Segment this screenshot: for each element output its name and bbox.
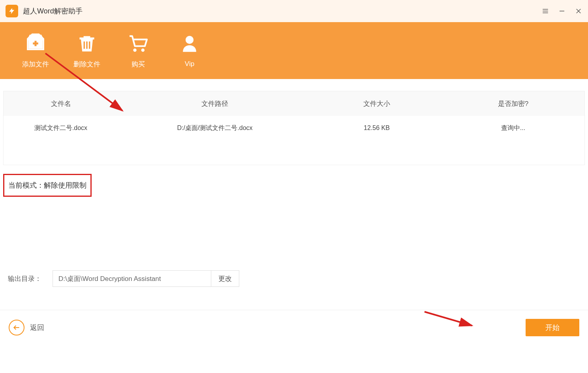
back-arrow-icon [9,320,24,335]
change-output-button[interactable]: 更改 [211,271,239,286]
output-directory-row: 输出目录： D:\桌面\Word Decryption Assistant 更改 [8,270,239,287]
cell-encrypted: 查询中... [442,124,584,132]
output-path-input[interactable]: D:\桌面\Word Decryption Assistant [53,274,211,283]
current-mode-box: 当前模式：解除使用限制 [3,174,92,197]
svg-point-17 [186,36,193,44]
trash-icon [76,33,98,54]
cell-filesize: 12.56 KB [312,124,442,132]
titlebar-left: 超人Word解密助手 [6,5,83,17]
header-filesize: 文件大小 [312,99,442,108]
file-table: 文件名 文件路径 文件大小 是否加密? 测试文件二号.docx D:/桌面/测试… [3,91,585,165]
app-logo-icon [6,5,18,17]
cell-filename: 测试文件二号.docx [4,124,118,132]
cell-filepath: D:/桌面/测试文件二号.docx [118,124,312,132]
minimize-icon[interactable] [558,7,566,15]
svg-point-16 [141,48,145,51]
vip-button[interactable]: Vip [174,33,205,68]
titlebar: 超人Word解密助手 [0,0,588,22]
vip-label: Vip [185,60,194,68]
svg-rect-9 [33,42,38,44]
close-icon[interactable] [575,7,582,15]
header-filename: 文件名 [4,99,118,108]
add-file-icon [25,33,46,54]
add-file-button[interactable]: 添加文件 [20,33,51,69]
buy-button[interactable]: 购买 [122,33,154,69]
table-row[interactable]: 测试文件二号.docx D:/桌面/测试文件二号.docx 12.56 KB 查… [4,116,584,140]
footer: 返回 开始 [0,310,588,345]
header-encrypted: 是否加密? [442,99,584,108]
add-file-label: 添加文件 [22,60,49,69]
start-button[interactable]: 开始 [526,319,579,336]
back-label: 返回 [30,323,44,332]
toolbar: 添加文件 删除文件 购买 Vip [0,22,588,79]
content-area: 文件名 文件路径 文件大小 是否加密? 测试文件二号.docx D:/桌面/测试… [0,79,588,200]
header-filepath: 文件路径 [118,99,312,108]
delete-file-label: 删除文件 [73,60,100,69]
output-label: 输出目录： [8,274,41,283]
table-header: 文件名 文件路径 文件大小 是否加密? [4,91,584,116]
buy-label: 购买 [132,60,145,69]
user-icon [179,33,200,55]
cart-icon [128,33,149,54]
svg-rect-11 [79,37,94,39]
app-title: 超人Word解密助手 [23,6,83,16]
svg-point-15 [133,48,136,51]
back-button[interactable]: 返回 [9,320,44,335]
svg-rect-12 [84,41,85,49]
menu-icon[interactable] [541,7,549,15]
window-controls [541,7,582,15]
table-row-empty [4,140,584,165]
svg-rect-14 [89,41,90,49]
delete-file-button[interactable]: 删除文件 [71,33,103,69]
svg-rect-13 [86,41,87,49]
output-input-group: D:\桌面\Word Decryption Assistant 更改 [53,270,239,287]
